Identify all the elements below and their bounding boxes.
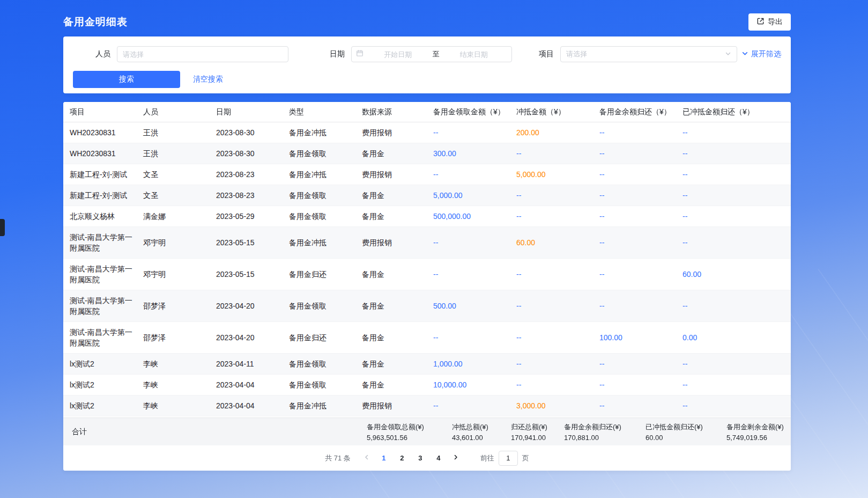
page-button-1[interactable]: 1 bbox=[376, 451, 391, 466]
cell-offset: -- bbox=[510, 264, 593, 284]
cell-source: 备用金 bbox=[355, 354, 427, 374]
cell-offset_return: -- bbox=[676, 206, 791, 226]
export-button[interactable]: 导出 bbox=[748, 13, 791, 31]
cell-project: 测试-南昌大学第一附属医院 bbox=[63, 227, 137, 258]
table-row[interactable]: 测试-南昌大学第一附属医院邓宇明2023-05-15备用金归还备用金------… bbox=[63, 259, 791, 290]
cell-person: 满金娜 bbox=[137, 206, 210, 226]
cell-source: 费用报销 bbox=[355, 396, 427, 416]
table-row[interactable]: lx测试2李峡2023-04-11备用金领取备用金1,000.00------ bbox=[63, 354, 791, 375]
cell-received: -- bbox=[427, 327, 510, 348]
expand-filters-link[interactable]: 展开筛选 bbox=[741, 49, 781, 59]
table-row[interactable]: 测试-南昌大学第一附属医院邓宇明2023-05-15备用金冲抵费用报销--60.… bbox=[63, 227, 791, 259]
cell-received: -- bbox=[427, 164, 510, 185]
cell-offset_return: -- bbox=[676, 396, 791, 416]
date-filter: 日期 至 bbox=[330, 46, 512, 62]
export-icon bbox=[756, 17, 765, 27]
goto-label: 前往 bbox=[480, 453, 494, 463]
summary-item-value: 5,963,501.56 bbox=[367, 434, 452, 442]
side-drawer-handle[interactable] bbox=[0, 219, 5, 236]
cell-source: 备用金 bbox=[355, 296, 427, 316]
cell-offset: -- bbox=[510, 143, 593, 164]
cell-source: 费用报销 bbox=[355, 164, 427, 185]
end-date-input[interactable] bbox=[441, 50, 508, 59]
summary-item-label: 归还总额(¥) bbox=[511, 422, 564, 432]
cell-offset: -- bbox=[510, 206, 593, 226]
cell-source: 备用金 bbox=[355, 375, 427, 395]
search-button[interactable]: 搜索 bbox=[73, 71, 180, 88]
cell-type: 备用金领取 bbox=[283, 296, 355, 316]
chevron-right-icon bbox=[452, 454, 459, 462]
filter-panel: 人员 日期 至 项目 请选择 bbox=[63, 36, 791, 93]
cell-received: 1,000.00 bbox=[427, 354, 510, 374]
summary-row: 合计 备用金领取总额(¥)5,963,501.56冲抵总额(¥)43,601.0… bbox=[63, 418, 791, 445]
export-label: 导出 bbox=[768, 17, 783, 27]
cell-offset_return: -- bbox=[676, 164, 791, 185]
calendar-icon bbox=[356, 49, 363, 59]
cell-date: 2023-04-11 bbox=[210, 354, 283, 374]
cell-type: 备用金领取 bbox=[283, 143, 355, 164]
filter-actions: 搜索 清空搜索 bbox=[73, 71, 781, 88]
page-button-4[interactable]: 4 bbox=[431, 451, 446, 466]
table-body[interactable]: WH20230831王洪2023-08-30备用金冲抵费用报销--200.00-… bbox=[63, 122, 791, 418]
summary-item-label: 备用金剩余金额(¥) bbox=[726, 422, 784, 432]
table-row[interactable]: lx测试2李峡2023-04-04备用金冲抵费用报销--3,000.00---- bbox=[63, 396, 791, 416]
summary-item-value: 170,881.00 bbox=[564, 434, 646, 442]
table-row[interactable]: 北京顺义杨林满金娜2023-05-29备用金领取备用金500,000.00---… bbox=[63, 206, 791, 227]
cell-date: 2023-08-30 bbox=[210, 143, 283, 164]
person-select-input[interactable] bbox=[117, 46, 288, 62]
chevron-down-icon bbox=[741, 50, 748, 58]
table-row[interactable]: WH20230831王洪2023-08-30备用金领取备用金300.00----… bbox=[63, 143, 791, 164]
cell-received: -- bbox=[427, 396, 510, 416]
date-label: 日期 bbox=[330, 49, 345, 59]
table-header: 项目 人员 日期 类型 数据来源 备用金领取金额（¥） 冲抵金额（¥） 备用金余… bbox=[63, 102, 791, 122]
cell-date: 2023-08-23 bbox=[210, 164, 283, 185]
summary-item-label: 备用金余额归还(¥) bbox=[564, 422, 646, 432]
cell-project: lx测试2 bbox=[63, 396, 137, 416]
table-row[interactable]: lx测试2李峡2023-04-04备用金领取备用金10,000.00------ bbox=[63, 375, 791, 396]
column-header-date: 日期 bbox=[210, 107, 283, 117]
page-button-3[interactable]: 3 bbox=[413, 451, 428, 466]
prev-page-button[interactable] bbox=[359, 451, 374, 466]
summary-item: 冲抵总额(¥)43,601.00 bbox=[452, 422, 511, 442]
summary-stats: 备用金领取总额(¥)5,963,501.56冲抵总额(¥)43,601.00归还… bbox=[367, 422, 782, 442]
summary-item: 备用金领取总额(¥)5,963,501.56 bbox=[367, 422, 452, 442]
table-row[interactable]: 测试-南昌大学第一附属医院邵梦泽2023-04-20备用金归还备用金----10… bbox=[63, 322, 791, 354]
cell-date: 2023-04-20 bbox=[210, 327, 283, 348]
cell-project: 新建工程-刘-测试 bbox=[63, 185, 137, 206]
cell-offset_return: -- bbox=[676, 185, 791, 206]
project-select[interactable]: 请选择 bbox=[560, 46, 737, 62]
cell-date: 2023-04-04 bbox=[210, 396, 283, 416]
cell-person: 邓宇明 bbox=[137, 232, 210, 253]
chevron-down-icon bbox=[725, 49, 731, 59]
summary-item-label: 已冲抵金额归还(¥) bbox=[646, 422, 726, 432]
column-header-offset-amount: 冲抵金额（¥） bbox=[510, 107, 593, 117]
cell-source: 费用报销 bbox=[355, 232, 427, 253]
table-row[interactable]: 新建工程-刘-测试文圣2023-08-23备用金领取备用金5,000.00---… bbox=[63, 185, 791, 206]
cell-offset_return: -- bbox=[676, 232, 791, 253]
clear-search-link[interactable]: 清空搜索 bbox=[193, 75, 223, 84]
page-button-2[interactable]: 2 bbox=[395, 451, 410, 466]
chevron-left-icon bbox=[363, 454, 370, 462]
date-range-picker[interactable]: 至 bbox=[351, 46, 512, 62]
summary-item-value: 170,941.00 bbox=[511, 434, 564, 442]
cell-balance_return: -- bbox=[593, 375, 676, 395]
table-row[interactable]: WH20230831王洪2023-08-30备用金冲抵费用报销--200.00-… bbox=[63, 122, 791, 143]
cell-project: 新建工程-刘-测试 bbox=[63, 164, 137, 185]
cell-balance_return: -- bbox=[593, 206, 676, 226]
cell-balance_return: -- bbox=[593, 122, 676, 143]
cell-type: 备用金冲抵 bbox=[283, 164, 355, 185]
cell-date: 2023-04-04 bbox=[210, 375, 283, 395]
cell-balance_return: -- bbox=[593, 354, 676, 374]
cell-received: -- bbox=[427, 264, 510, 284]
project-select-placeholder: 请选择 bbox=[566, 49, 587, 59]
column-header-type: 类型 bbox=[283, 107, 355, 117]
cell-project: 测试-南昌大学第一附属医院 bbox=[63, 322, 137, 353]
table-row[interactable]: 新建工程-刘-测试文圣2023-08-23备用金冲抵费用报销--5,000.00… bbox=[63, 164, 791, 185]
cell-received: 5,000.00 bbox=[427, 185, 510, 206]
table-row[interactable]: 测试-南昌大学第一附属医院邵梦泽2023-04-20备用金领取备用金500.00… bbox=[63, 290, 791, 322]
page-title: 备用金明细表 bbox=[63, 15, 128, 29]
next-page-button[interactable] bbox=[448, 451, 463, 466]
goto-page-input[interactable] bbox=[499, 451, 518, 466]
cell-type: 备用金归还 bbox=[283, 327, 355, 348]
start-date-input[interactable] bbox=[365, 50, 432, 59]
